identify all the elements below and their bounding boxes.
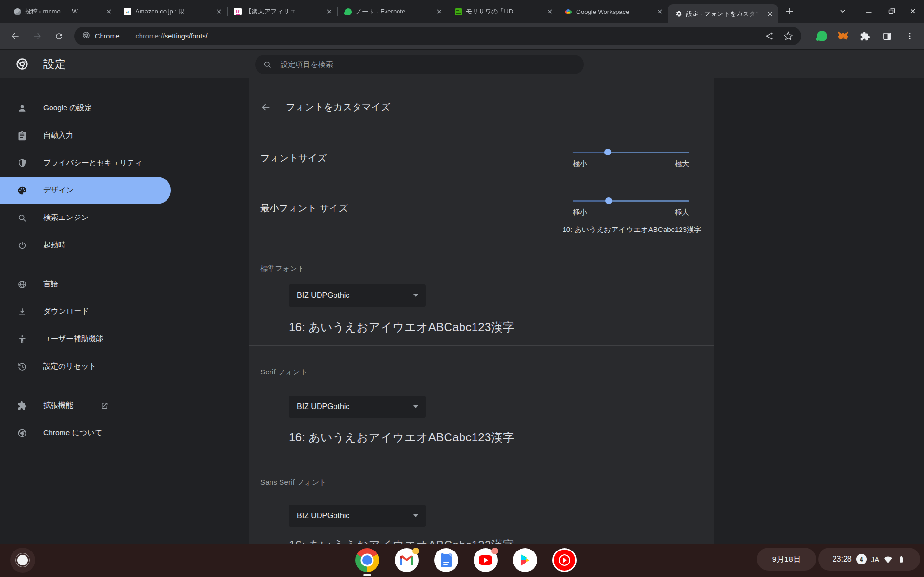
launcher-button[interactable]: [10, 548, 35, 573]
shield-icon: [17, 158, 27, 168]
browser-tab-rakuten[interactable]: R 【楽天アフィリエ: [227, 0, 337, 23]
rakuten-icon: R: [234, 8, 242, 15]
sidebar-item-downloads[interactable]: ダウンロード: [0, 298, 171, 325]
share-icon[interactable]: [762, 29, 777, 43]
browser-tab-settings-active[interactable]: 設定 - フォントをカスタマイズ: [668, 4, 778, 23]
launcher-orb-icon: [17, 555, 28, 565]
running-app-indicator: [363, 574, 371, 576]
evernote-icon: [344, 8, 352, 15]
sidebar-item-languages[interactable]: 言語: [0, 270, 171, 298]
sidebar-item-label: 設定のリセット: [43, 361, 96, 372]
status-tray-pill[interactable]: 23:28 4 JA: [818, 548, 920, 571]
sans-serif-font-select[interactable]: BIZ UDPGothic: [289, 505, 426, 527]
min-font-size-label: 最小フォント サイズ: [260, 202, 348, 215]
shelf-app-chrome[interactable]: [355, 548, 379, 572]
tab-close-icon[interactable]: [766, 10, 774, 18]
tab-close-icon[interactable]: [104, 7, 113, 16]
window-close-button[interactable]: [906, 4, 920, 18]
omnibox-separator: [128, 32, 128, 40]
slider-thumb[interactable]: [604, 149, 611, 155]
standard-font-preview: 16: あいうえおアイウエオABCabc123漢字: [289, 320, 514, 335]
min-font-size-slider[interactable]: [573, 197, 689, 205]
browser-tab-morisawa[interactable]: モリサワの「UD: [448, 0, 558, 23]
sidebar-item-privacy-security[interactable]: プライバシーとセキュリティ: [0, 149, 171, 177]
settings-search-input[interactable]: 設定項目を検索: [255, 55, 584, 74]
shelf-app-gmail[interactable]: [395, 548, 419, 572]
sidebar-item-autofill[interactable]: 自動入力: [0, 122, 171, 149]
chevron-down-icon: [413, 294, 418, 297]
wifi-icon: [884, 555, 893, 564]
morisawa-icon: [454, 8, 462, 15]
new-tab-button[interactable]: [783, 4, 796, 18]
metamask-fox-icon[interactable]: [835, 28, 851, 44]
sidebar-item-google-settings[interactable]: Google の設定: [0, 94, 171, 122]
gmail-icon: [400, 555, 413, 565]
side-panel-icon[interactable]: [879, 28, 895, 44]
sidebar-item-label: Google の設定: [43, 103, 92, 113]
sidebar-item-reset-settings[interactable]: 設定のリセット: [0, 353, 171, 380]
sidebar-item-search-engine[interactable]: 検索エンジン: [0, 204, 171, 231]
browser-tab-wordpress[interactable]: 投稿 ‹ memo. — W: [7, 0, 117, 23]
settings-header: 設定 設定項目を検索: [0, 49, 924, 78]
gear-icon: [675, 10, 682, 18]
chevron-down-icon: [413, 514, 418, 517]
serif-font-label: Serif フォント: [260, 368, 308, 377]
play-store-icon: [519, 554, 531, 566]
tab-title: モリサワの「UD: [466, 7, 541, 16]
page-title-row: フォントをカスタマイズ: [260, 101, 390, 114]
min-font-size-slider-block: 極小 極大: [573, 197, 689, 217]
tab-close-icon[interactable]: [325, 7, 334, 16]
sidebar-item-appearance[interactable]: デザイン: [0, 177, 171, 204]
browser-tab-amazon[interactable]: a Amazon.co.jp : 限: [117, 0, 227, 23]
evernote-extension-icon[interactable]: [814, 28, 830, 44]
chrome-glass-icon: [82, 31, 90, 41]
browser-tab-evernote[interactable]: ノート - Evernote: [337, 0, 448, 23]
section-divider: [249, 183, 714, 183]
shelf-app-docs[interactable]: [434, 548, 458, 572]
address-bar[interactable]: Chrome chrome://settings/fonts/: [74, 27, 801, 45]
shelf-apps: [355, 548, 577, 572]
search-icon: [263, 60, 272, 69]
reload-button[interactable]: [51, 28, 66, 44]
tab-close-icon[interactable]: [215, 7, 223, 16]
tab-strip: 投稿 ‹ memo. — W a Amazon.co.jp : 限 R 【楽天ア…: [0, 0, 924, 23]
serif-font-select[interactable]: BIZ UDPGothic: [289, 396, 426, 418]
back-button[interactable]: [8, 28, 23, 44]
sidebar-item-accessibility[interactable]: ユーザー補助機能: [0, 325, 171, 353]
sidebar-item-label: 言語: [43, 279, 58, 289]
sidebar-divider: [0, 386, 171, 386]
font-size-slider[interactable]: [573, 148, 689, 156]
sidebar-item-about-chrome[interactable]: Chrome について: [0, 419, 171, 447]
person-icon: [17, 103, 27, 113]
extensions-puzzle-icon[interactable]: [857, 28, 873, 44]
tab-close-icon[interactable]: [435, 7, 444, 16]
google-cloud-icon: [565, 8, 572, 15]
tab-search-chevron-icon[interactable]: [836, 4, 849, 18]
tab-title: Amazon.co.jp : 限: [135, 7, 211, 16]
window-minimize-button[interactable]: [862, 4, 875, 18]
shelf-app-youtube-music[interactable]: [552, 548, 577, 572]
shelf-app-youtube[interactable]: [474, 548, 498, 572]
tabs-container: 投稿 ‹ memo. — W a Amazon.co.jp : 限 R 【楽天ア…: [7, 0, 778, 23]
tab-close-icon[interactable]: [655, 7, 664, 16]
date-pill[interactable]: 9月18日: [757, 548, 816, 571]
sidebar-item-label: 拡張機能: [43, 400, 73, 410]
window-restore-button[interactable]: [885, 4, 898, 18]
bookmark-star-icon[interactable]: [781, 29, 796, 43]
tab-title: 設定 - フォントをカスタマイズ: [686, 10, 762, 18]
browser-menu-icon[interactable]: [902, 28, 917, 44]
tab-title: 【楽天アフィリエ: [245, 7, 321, 16]
back-arrow-icon[interactable]: [260, 102, 271, 113]
forward-button[interactable]: [29, 28, 45, 44]
slider-thumb[interactable]: [605, 197, 612, 204]
chromeos-shelf: 9月18日 23:28 4 JA: [0, 544, 924, 577]
sidebar-item-on-startup[interactable]: 起動時: [0, 231, 171, 259]
standard-font-select[interactable]: BIZ UDPGothic: [289, 284, 426, 307]
browser-tab-google-cloud[interactable]: Google Workspace: [558, 0, 668, 23]
tab-close-icon[interactable]: [545, 7, 554, 16]
chrome-icon: [355, 548, 379, 572]
google-docs-icon: [441, 553, 452, 567]
shelf-app-play-store[interactable]: [513, 548, 537, 572]
sidebar-item-extensions[interactable]: 拡張機能: [0, 392, 171, 419]
section-divider: [249, 345, 714, 346]
